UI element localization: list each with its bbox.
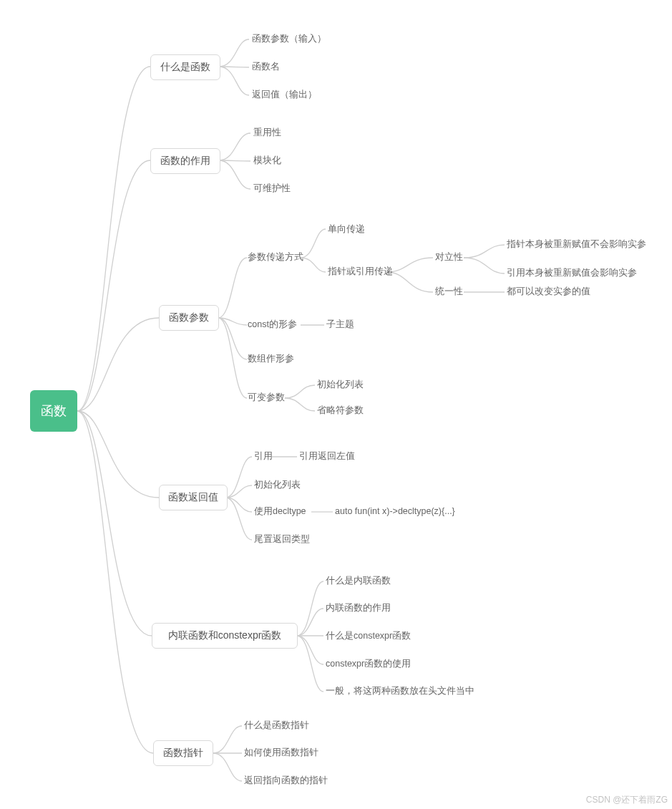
leaf-b3-duality-0: 指针本身被重新赋值不会影响实参 [507,240,646,249]
branch-function-pointer[interactable]: 函数指针 [153,740,213,766]
branch-inline-constexpr[interactable]: 内联函数和constexpr函数 [152,623,298,649]
branch-function-role[interactable]: 函数的作用 [150,148,220,174]
leaf-b4-ref-leaf: 引用返回左值 [299,452,355,461]
leaf-b6-1: 如何使用函数指针 [244,748,318,757]
leaf-b3-oneway: 单向传递 [328,225,365,234]
leaf-b6-2: 返回指向函数的指针 [244,776,328,785]
leaf-b4-trailing: 尾置返回类型 [254,535,310,544]
leaf-b1-2: 返回值（输出） [252,90,317,100]
root-node[interactable]: 函数 [30,390,77,432]
leaf-b3-varargs: 可变参数 [248,393,285,402]
watermark: CSDN @还下着雨ZG [586,794,668,806]
leaf-b2-0: 重用性 [253,128,281,137]
leaf-b2-1: 模块化 [253,156,281,165]
leaf-b4-initlist: 初始化列表 [254,480,301,490]
leaf-b3-unity: 统一性 [435,287,463,296]
leaf-b4-ref: 引用 [254,452,273,461]
leaf-b3-varargs-1: 省略符参数 [317,406,364,415]
leaf-b3-unity-leaf: 都可以改变实参的值 [507,287,590,296]
leaf-b5-1: 内联函数的作用 [326,604,391,613]
branch-what-is-function[interactable]: 什么是函数 [150,54,220,80]
leaf-b3-duality: 对立性 [435,253,463,262]
leaf-b5-0: 什么是内联函数 [326,576,391,586]
leaf-b3-ptrref: 指针或引用传递 [328,267,393,276]
leaf-b3-varargs-0: 初始化列表 [317,380,364,389]
leaf-b3-const: const的形参 [248,320,297,329]
leaf-b4-decltype: 使用decltype [254,507,306,516]
leaf-b6-0: 什么是函数指针 [244,721,309,730]
leaf-b5-4: 一般，将这两种函数放在头文件当中 [326,687,474,696]
leaf-b3-array: 数组作形参 [248,354,294,364]
leaf-b5-2: 什么是constexpr函数 [326,631,411,641]
leaf-b3-passmode: 参数传递方式 [248,253,303,262]
branch-function-params[interactable]: 函数参数 [159,305,219,331]
leaf-b5-3: constexpr函数的使用 [326,659,411,669]
leaf-b1-0: 函数参数（输入） [252,34,326,44]
leaf-b3-duality-1: 引用本身被重新赋值会影响实参 [507,268,637,278]
leaf-b4-decltype-leaf: auto fun(int x)->decltype(z){...} [335,507,455,516]
leaf-b3-const-leaf: 子主题 [326,320,354,329]
leaf-b1-1: 函数名 [252,62,280,72]
branch-function-return[interactable]: 函数返回值 [159,485,228,510]
leaf-b2-2: 可维护性 [253,184,291,193]
